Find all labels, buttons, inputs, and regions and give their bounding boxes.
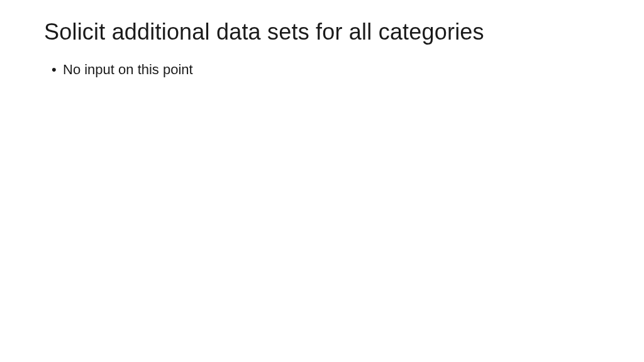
list-item: No input on this point [52,60,600,80]
slide-container: Solicit additional data sets for all cat… [0,0,644,362]
slide-title: Solicit additional data sets for all cat… [44,19,600,45]
bullet-list: No input on this point [44,60,600,80]
